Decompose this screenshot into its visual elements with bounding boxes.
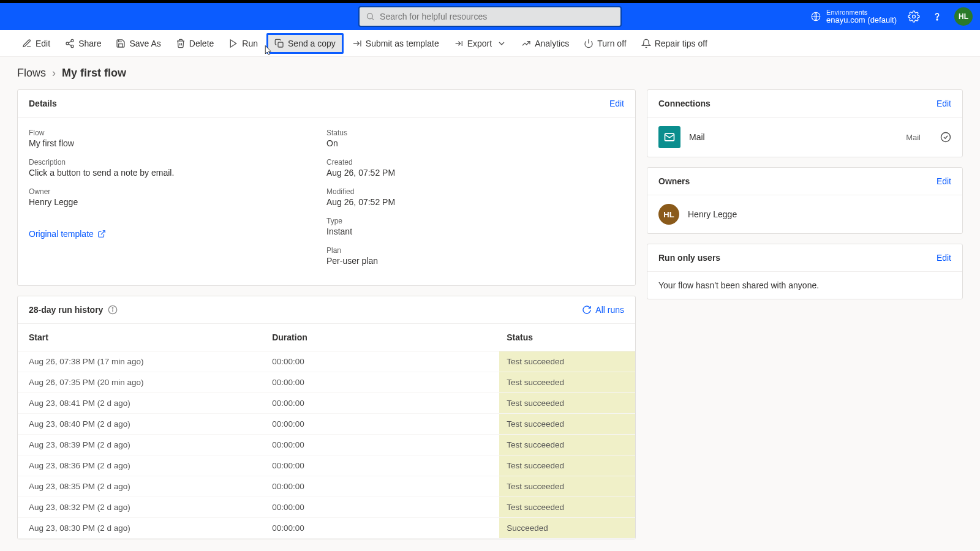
- plan-value: Per-user plan: [326, 256, 624, 266]
- type-label: Type: [326, 217, 624, 225]
- run-duration: 00:00:00: [265, 476, 499, 497]
- run-start: Aug 23, 08:40 PM (2 d ago): [18, 414, 265, 435]
- run-status: Test succeeded: [499, 372, 635, 393]
- send-copy-button[interactable]: Send a copy: [266, 33, 344, 54]
- col-status[interactable]: Status: [499, 324, 635, 351]
- col-start[interactable]: Start: [18, 324, 265, 351]
- svg-rect-11: [278, 42, 283, 47]
- svg-line-8: [69, 44, 72, 46]
- run-only-users-card: Run only users Edit Your flow hasn't bee…: [647, 244, 963, 299]
- created-value: Aug 26, 07:52 PM: [326, 168, 624, 178]
- repair-tips-button[interactable]: Repair tips off: [635, 35, 714, 52]
- turnoff-button[interactable]: Turn off: [578, 35, 632, 52]
- owners-edit-link[interactable]: Edit: [937, 176, 951, 186]
- run-only-empty-text: Your flow hasn't been shared with anyone…: [658, 280, 819, 290]
- svg-point-22: [941, 133, 951, 142]
- plan-label: Plan: [326, 246, 624, 255]
- environment-label: Environments: [826, 9, 897, 16]
- search-input[interactable]: [380, 12, 614, 21]
- edit-button[interactable]: Edit: [16, 35, 56, 52]
- analytics-button[interactable]: Analytics: [515, 35, 575, 52]
- col-duration[interactable]: Duration: [265, 324, 499, 351]
- table-row[interactable]: Aug 23, 08:40 PM (2 d ago)00:00:00Test s…: [18, 414, 635, 435]
- run-only-edit-link[interactable]: Edit: [937, 253, 951, 263]
- original-template-link[interactable]: Original template: [29, 229, 106, 239]
- owner-row[interactable]: HL Henry Legge: [658, 204, 951, 225]
- environment-picker[interactable]: Environments enayu.com (default): [810, 9, 897, 24]
- svg-point-4: [937, 19, 938, 20]
- status-label: Status: [326, 129, 624, 137]
- table-row[interactable]: Aug 26, 07:38 PM (17 min ago)00:00:00Tes…: [18, 351, 635, 372]
- connections-card: Connections Edit Mail Mail: [647, 89, 963, 157]
- run-status: Test succeeded: [499, 414, 635, 435]
- run-status: Test succeeded: [499, 476, 635, 497]
- share-button[interactable]: Share: [59, 35, 107, 52]
- owner-name: Henry Legge: [688, 209, 737, 219]
- table-row[interactable]: Aug 26, 07:35 PM (20 min ago)00:00:00Tes…: [18, 372, 635, 393]
- table-row[interactable]: Aug 23, 08:36 PM (2 d ago)00:00:00Test s…: [18, 455, 635, 476]
- details-card: Details Edit FlowMy first flow Descripti…: [17, 89, 636, 286]
- run-start: Aug 26, 07:38 PM (17 min ago): [18, 351, 265, 372]
- owners-card: Owners Edit HL Henry Legge: [647, 167, 963, 234]
- table-row[interactable]: Aug 23, 08:30 PM (2 d ago)00:00:00Succee…: [18, 518, 635, 539]
- settings-icon[interactable]: [908, 10, 920, 23]
- details-edit-link[interactable]: Edit: [609, 99, 624, 108]
- status-value: On: [326, 138, 624, 148]
- environment-icon: [810, 11, 821, 22]
- run-button[interactable]: Run: [222, 35, 264, 52]
- owner-avatar: HL: [658, 204, 679, 225]
- run-duration: 00:00:00: [265, 414, 499, 435]
- table-row[interactable]: Aug 23, 08:41 PM (2 d ago)00:00:00Test s…: [18, 393, 635, 414]
- details-title: Details: [29, 99, 57, 108]
- external-link-icon: [97, 230, 106, 238]
- delete-button[interactable]: Delete: [170, 35, 220, 52]
- info-icon[interactable]: [108, 305, 118, 315]
- breadcrumb-root[interactable]: Flows: [17, 67, 46, 80]
- submit-template-button[interactable]: Submit as template: [346, 35, 445, 52]
- all-runs-link[interactable]: All runs: [582, 305, 624, 315]
- created-label: Created: [326, 158, 624, 167]
- run-start: Aug 23, 08:36 PM (2 d ago): [18, 455, 265, 476]
- run-history-title: 28-day run history: [29, 305, 103, 315]
- owners-title: Owners: [658, 176, 690, 186]
- table-row[interactable]: Aug 23, 08:35 PM (2 d ago)00:00:00Test s…: [18, 476, 635, 497]
- table-row[interactable]: Aug 23, 08:32 PM (2 d ago)00:00:00Test s…: [18, 497, 635, 518]
- run-status: Test succeeded: [499, 497, 635, 518]
- breadcrumb: Flows › My first flow: [0, 57, 980, 84]
- export-button[interactable]: Export: [448, 35, 513, 52]
- run-status: Test succeeded: [499, 455, 635, 476]
- connections-edit-link[interactable]: Edit: [937, 99, 951, 108]
- run-start: Aug 23, 08:39 PM (2 d ago): [18, 435, 265, 455]
- user-avatar[interactable]: HL: [954, 7, 973, 26]
- run-start: Aug 23, 08:32 PM (2 d ago): [18, 497, 265, 518]
- svg-point-7: [71, 45, 74, 47]
- connections-title: Connections: [658, 99, 710, 108]
- svg-line-17: [101, 231, 105, 234]
- svg-point-5: [71, 39, 74, 42]
- modified-value: Aug 26, 07:52 PM: [326, 197, 624, 207]
- svg-point-0: [368, 13, 373, 19]
- table-row[interactable]: Aug 23, 08:39 PM (2 d ago)00:00:00Test s…: [18, 435, 635, 455]
- connection-name: Mail: [689, 132, 705, 142]
- run-start: Aug 23, 08:35 PM (2 d ago): [18, 476, 265, 497]
- svg-marker-10: [231, 40, 236, 47]
- connection-row[interactable]: Mail Mail: [658, 126, 951, 148]
- run-status: Test succeeded: [499, 435, 635, 455]
- run-status: Test succeeded: [499, 393, 635, 414]
- type-value: Instant: [326, 227, 624, 236]
- run-start: Aug 26, 07:35 PM (20 min ago): [18, 372, 265, 393]
- command-bar: Edit Share Save As Delete Run Send a cop…: [0, 30, 980, 57]
- run-history-table: Start Duration Status Aug 26, 07:38 PM (…: [18, 324, 635, 539]
- svg-line-1: [372, 18, 374, 20]
- run-duration: 00:00:00: [265, 351, 499, 372]
- svg-point-3: [913, 15, 916, 18]
- flow-value: My first flow: [29, 138, 326, 148]
- search-box[interactable]: [358, 6, 622, 27]
- help-icon[interactable]: [931, 10, 943, 23]
- run-status: Succeeded: [499, 518, 635, 539]
- connection-type: Mail: [906, 133, 921, 142]
- run-duration: 00:00:00: [265, 393, 499, 414]
- run-duration: 00:00:00: [265, 435, 499, 455]
- run-duration: 00:00:00: [265, 455, 499, 476]
- saveas-button[interactable]: Save As: [110, 35, 167, 52]
